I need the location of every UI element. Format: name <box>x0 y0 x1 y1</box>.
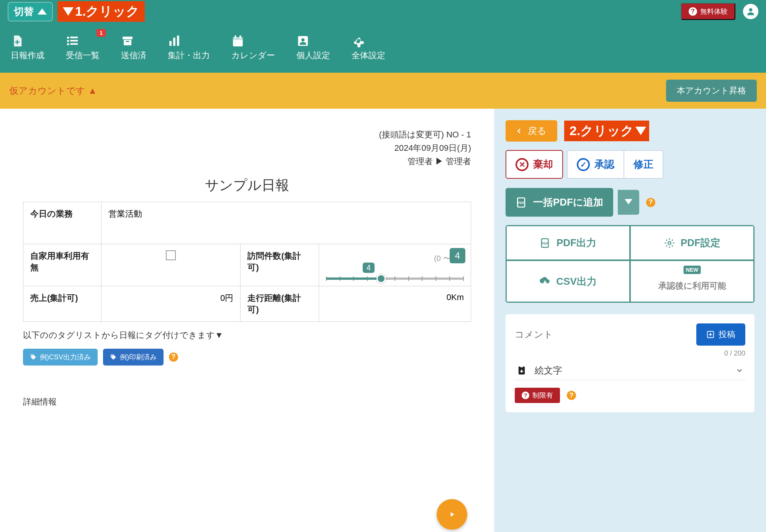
help-icon: ? <box>689 7 697 16</box>
reject-label: 棄却 <box>533 158 553 171</box>
bulk-pdf-add-button[interactable]: PDF 一括PDFに追加 <box>506 188 613 217</box>
car-checkbox[interactable] <box>166 250 176 260</box>
svg-rect-7 <box>123 37 133 39</box>
csv-out-label: CSV出力 <box>556 275 596 288</box>
svg-point-19 <box>31 355 33 356</box>
svg-point-1 <box>67 37 69 39</box>
svg-rect-11 <box>173 38 175 46</box>
svg-rect-2 <box>70 37 78 38</box>
restricted-button[interactable]: ? 制限有 <box>515 388 560 403</box>
tag-icon <box>30 354 37 361</box>
person-icon <box>746 7 756 16</box>
sales-label: 売上(集計可) <box>23 286 101 321</box>
cloud-download-icon <box>539 276 551 287</box>
back-button[interactable]: 戻る <box>506 120 557 142</box>
sales-value: 0円 <box>101 286 241 321</box>
emoji-picker-row[interactable]: 絵文字 <box>515 361 745 380</box>
svg-rect-4 <box>70 40 78 41</box>
comment-panel: コメント 投稿 0 / 200 絵文字 ? 制限有 ? <box>506 314 755 412</box>
bulk-pdf-dropdown[interactable] <box>618 190 639 215</box>
nav-personal-settings[interactable]: 個人設定 <box>293 31 333 65</box>
help-icon[interactable]: ? <box>567 391 576 400</box>
nav-sent[interactable]: 送信済 <box>118 31 149 65</box>
pdf-output-button[interactable]: PDF PDF出力 <box>507 226 629 259</box>
free-trial-label: 無料体験 <box>700 7 728 16</box>
svg-point-3 <box>67 40 69 42</box>
new-badge: NEW <box>684 266 701 274</box>
gear-icon <box>352 34 385 47</box>
chevron-down-icon <box>625 199 632 204</box>
visit-range: (0 〜 10) <box>326 253 464 264</box>
svg-point-20 <box>111 355 113 356</box>
pdf-icon: PDF <box>516 196 528 209</box>
help-icon[interactable]: ? <box>169 352 178 362</box>
nav-label: 日報作成 <box>11 51 44 60</box>
after-approve-label: 承認後に利用可能 <box>658 280 726 292</box>
pdf-set-label: PDF設定 <box>681 236 720 250</box>
svg-rect-9 <box>126 41 129 42</box>
switch-label: 切替 <box>14 5 34 18</box>
restrict-label: 制限有 <box>532 391 553 400</box>
warning-icon: ▲ <box>88 85 97 96</box>
clipboard-icon <box>516 365 527 376</box>
list-icon <box>66 34 100 47</box>
report-meta: (接頭語は変更可) NO - 1 2024年09月09日(月) 管理者 ▶ 管理… <box>23 128 471 168</box>
switch-button[interactable]: 切替 <box>8 2 53 21</box>
triangle-up-icon <box>38 8 47 15</box>
nav-label: カレンダー <box>231 51 275 60</box>
car-label: 自家用車利用有無 <box>23 244 101 286</box>
task-label: 今日の業務 <box>23 202 101 244</box>
next-fab[interactable] <box>437 499 467 530</box>
svg-point-25 <box>668 242 671 245</box>
play-icon <box>448 511 456 518</box>
distance-label: 走行距離(集計可) <box>241 286 319 321</box>
task-value: 営業活動 <box>101 202 471 244</box>
upgrade-account-button[interactable]: 本アカウント昇格 <box>666 80 757 102</box>
reject-button[interactable]: ✕ 棄却 <box>506 150 563 179</box>
slider-thumb[interactable] <box>376 274 386 283</box>
pdf-out-label: PDF出力 <box>556 236 596 250</box>
svg-point-5 <box>67 43 69 46</box>
bar-chart-icon <box>168 34 210 47</box>
nav-label: 集計・出力 <box>168 51 210 60</box>
nav-aggregate[interactable]: 集計・出力 <box>165 31 213 65</box>
nav-global-settings[interactable]: 全体設定 <box>349 31 388 65</box>
free-trial-button[interactable]: ? 無料体験 <box>681 3 735 20</box>
svg-text:PDF: PDF <box>517 201 525 205</box>
calendar-icon <box>231 34 275 47</box>
edit-button[interactable]: 修正 <box>624 150 663 179</box>
post-label: 投稿 <box>719 329 735 340</box>
svg-text:PDF: PDF <box>542 241 548 245</box>
person-settings-icon <box>296 34 330 47</box>
file-plus-icon <box>11 34 44 47</box>
nav-inbox[interactable]: 1 受信一覧 <box>63 31 103 65</box>
plus-box-icon <box>706 330 715 339</box>
nav-create-report[interactable]: 日報作成 <box>8 31 47 65</box>
svg-rect-6 <box>70 43 78 45</box>
nav-label: 送信済 <box>121 51 146 60</box>
tag-printed[interactable]: 例)印刷済み <box>103 349 164 366</box>
check-circle-icon: ✓ <box>577 158 590 171</box>
detail-heading: 詳細情報 <box>23 396 471 408</box>
avatar[interactable] <box>743 4 758 19</box>
chevron-left-icon <box>516 126 522 135</box>
nav-calendar[interactable]: カレンダー <box>228 31 278 65</box>
post-comment-button[interactable]: 投稿 <box>696 323 745 346</box>
tag-label: 例)CSV出力済み <box>40 352 91 362</box>
pdf-icon: PDF <box>540 237 551 249</box>
svg-rect-10 <box>169 41 172 46</box>
csv-output-button[interactable]: CSV出力 <box>507 261 629 302</box>
help-icon: ? <box>522 392 529 399</box>
pdf-settings-button[interactable]: PDF設定 <box>631 226 753 259</box>
annotation-2: 2.クリック <box>564 121 649 141</box>
approve-button[interactable]: ✓ 承認 <box>567 150 624 179</box>
report-card: (接頭語は変更可) NO - 1 2024年09月09日(月) 管理者 ▶ 管理… <box>11 120 483 530</box>
edit-label: 修正 <box>633 158 653 171</box>
visit-slider[interactable] <box>326 277 464 280</box>
help-icon[interactable]: ? <box>646 198 655 207</box>
car-checkbox-cell <box>101 244 241 286</box>
tag-csv-done[interactable]: 例)CSV出力済み <box>23 349 98 366</box>
chevron-down-icon <box>735 366 744 375</box>
nav-badge: 1 <box>97 29 106 37</box>
report-title: サンプル日報 <box>23 176 471 195</box>
